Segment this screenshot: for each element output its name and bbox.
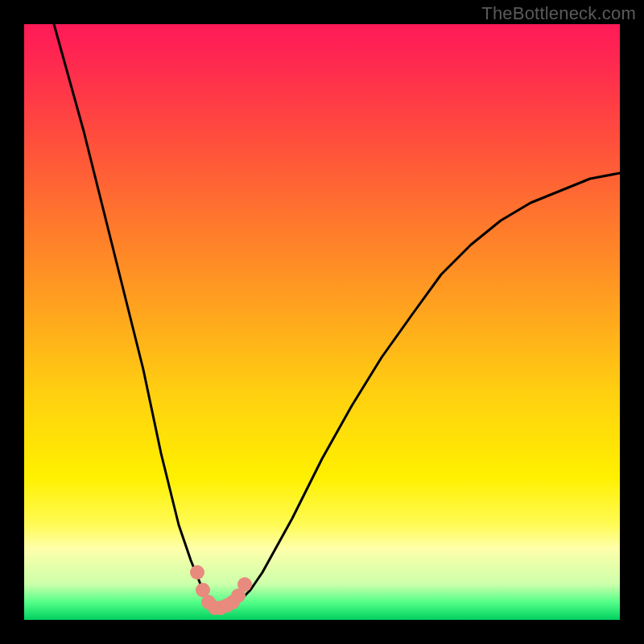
svg-point-8: [237, 577, 252, 592]
minimum-markers: [190, 565, 252, 615]
curve-layer: [24, 24, 620, 620]
svg-point-0: [190, 565, 204, 580]
watermark-text: TheBottleneck.com: [481, 3, 636, 24]
bottleneck-curve: [54, 24, 620, 608]
chart-frame: TheBottleneck.com: [0, 0, 644, 644]
plot-area: [24, 24, 620, 620]
